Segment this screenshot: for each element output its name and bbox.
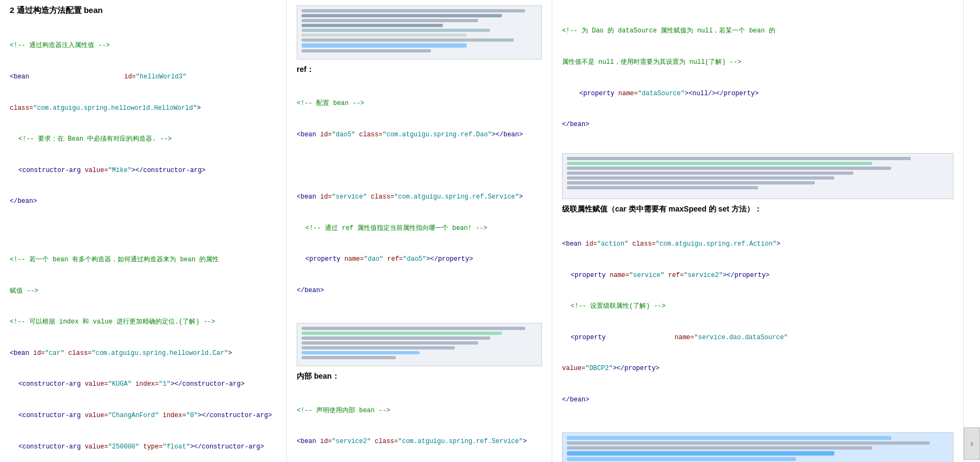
code-line: <!-- 可以根据 index 和 value 进行更加精确的定位.(了解) -… <box>10 317 277 327</box>
code-line: <constructor-arg value="ChangAnFord" ind… <box>10 411 277 421</box>
ref-code-block: <!-- 配置 bean --> <bean id="dao5" class="… <box>297 78 542 316</box>
code-line: <constructor-arg value="Mike"></construc… <box>10 166 277 176</box>
ref-title: ref： <box>297 65 542 75</box>
nav-arrow-right[interactable]: › <box>964 427 980 460</box>
code-line: <!-- 配置 bean --> <box>297 98 542 109</box>
section2-title: 2 通过构造方法配置 bean <box>10 5 277 16</box>
code-line: <bean id="service2" class="com.atguigu.s… <box>297 437 542 447</box>
cascade-code-block: <bean id="action" class="com.atguigu.spr… <box>562 219 953 426</box>
code-line: <bean id="dao5" class="com.atguigu.sprin… <box>297 130 542 140</box>
code-line: <!-- 通过 ref 属性值指定当前属性指向哪一个 bean! --> <box>297 223 542 234</box>
code-line: class="com.atguigu.spring.helloworld.Hel… <box>10 103 277 114</box>
col1-code-block: <!-- 通过构造器注入属性值 --> <bean id="helloWorld… <box>10 20 277 228</box>
code-line: </bean> <box>562 395 953 405</box>
cascade-title: 级联属性赋值（car 类中需要有 maxSpeed 的 set 方法）： <box>562 204 953 214</box>
code-line: 属性值不是 null，使用时需要为其设置为 null(了解) --> <box>562 57 953 68</box>
column-1: 2 通过构造方法配置 bean <!-- 通过构造器注入属性值 --> <bea… <box>0 0 287 462</box>
code-line: <bean id="action" class="com.atguigu.spr… <box>562 239 953 249</box>
code-line: </bean> <box>562 120 953 130</box>
code-line: <property name="service.dao.dataSource" <box>562 333 953 343</box>
code-line: <bean id="helloWorld3" <box>10 72 277 82</box>
code-line: <property name="dao" ref="dao5"></proper… <box>297 254 542 265</box>
code-line: <!-- 若一个 bean 有多个构造器，如何通过构造器来为 bean 的属性 <box>10 255 277 265</box>
code-line: <!-- 通过构造器注入属性值 --> <box>10 41 277 51</box>
screenshot-code-2 <box>297 5 542 60</box>
inner-bean-code: <!-- 声明使用内部 bean --> <bean id="service2"… <box>297 385 542 462</box>
code-line: value="DBCP2"></property> <box>562 364 953 374</box>
inner-bean-title: 内部 bean： <box>297 372 542 381</box>
code-line: <!-- 要求：在 Bean 中必须有对应的构造器. --> <box>10 134 277 144</box>
code-line: <bean id="car" class="com.atguigu.spring… <box>10 348 277 359</box>
code-line: 赋值 --> <box>10 286 277 296</box>
column-2: ref： <!-- 配置 bean --> <bean id="dao5" cl… <box>287 0 552 462</box>
screenshot-code-6 <box>562 432 953 462</box>
code-line: </bean> <box>297 286 542 296</box>
code-line: <!-- 设置级联属性(了解) --> <box>562 301 953 312</box>
code-line: <!-- 为 Dao 的 dataSource 属性赋值为 null，若某一个 … <box>562 26 953 36</box>
code-line: </bean> <box>10 196 277 207</box>
screenshot-code-3 <box>297 323 542 366</box>
code-line: <property name="dataSource"><null/></pro… <box>562 89 953 99</box>
code-line: <constructor-arg value="KUGA" index="1">… <box>10 379 277 390</box>
code-line: <bean id="service" class="com.atguigu.sp… <box>297 192 542 202</box>
screenshot-code-5 <box>562 153 953 199</box>
code-line: <!-- 声明使用内部 bean --> <box>297 406 542 416</box>
page-container: 2 通过构造方法配置 bean <!-- 通过构造器注入属性值 --> <bea… <box>0 0 980 462</box>
code-line: <constructor-arg value="250000" type="fl… <box>10 442 277 452</box>
code-line: <property name="service" ref="service2">… <box>562 270 953 281</box>
code-line <box>297 161 542 171</box>
column-3: <!-- 为 Dao 的 dataSource 属性赋值为 null，若某一个 … <box>552 0 964 462</box>
dao-comment-block: <!-- 为 Dao 的 dataSource 属性赋值为 null，若某一个 … <box>562 5 953 151</box>
col1-code-block2: <!-- 若一个 bean 有多个构造器，如何通过构造器来为 bean 的属性 … <box>10 234 277 462</box>
